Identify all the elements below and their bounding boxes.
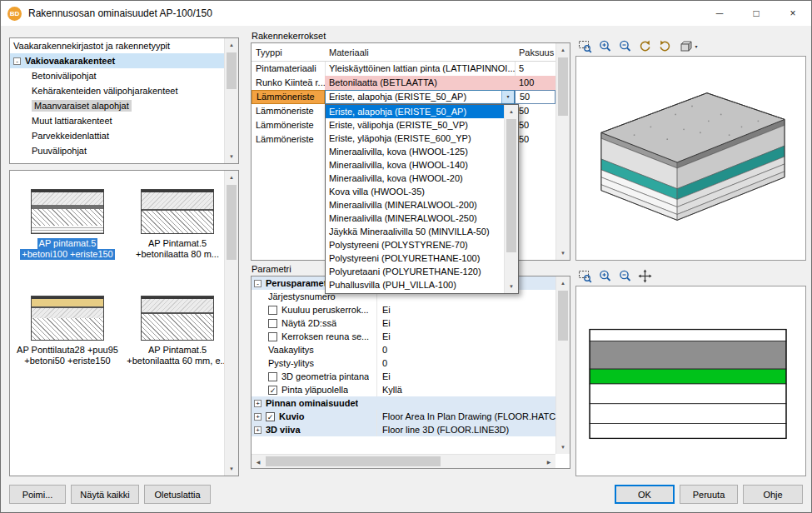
tree-item-maanvaraiset-alapohjat[interactable]: Maanvaraiset alapohjat — [10, 98, 224, 113]
param-row-nayta-2d[interactable]: Näytä 2D:ssä Ei — [252, 316, 555, 330]
tree-item-puuvalipohjat[interactable]: Puuvälipohjat — [10, 143, 224, 158]
scroll-down-icon[interactable]: ▼ — [556, 247, 570, 260]
dropdown-option[interactable]: Polystyreeni (POLYURETHANE-100) — [326, 252, 504, 265]
scroll-right-icon[interactable]: ▶ — [542, 455, 555, 468]
dropdown-option[interactable]: Mineraalivilla (MINERALWOOL-200) — [326, 198, 504, 212]
scroll-up-icon[interactable]: ▲ — [225, 171, 238, 184]
param-value[interactable]: 0 — [376, 356, 555, 370]
expand-icon[interactable]: + — [254, 400, 262, 407]
param-value[interactable]: Kyllä — [376, 383, 555, 396]
material-combobox[interactable]: Eriste, alapohja (ERISTE_50_AP) ▾ — [325, 90, 515, 104]
minimize-button[interactable]: ─ — [701, 1, 738, 26]
scroll-down-icon[interactable]: ▼ — [505, 280, 518, 293]
layer-thickness-cell[interactable]: 5 — [515, 62, 555, 76]
layer-type-cell[interactable]: Lämmöneriste — [252, 104, 325, 118]
expand-icon[interactable]: + — [254, 426, 262, 434]
thumbnail-scrollbar[interactable]: ▲ ▼ — [224, 171, 238, 476]
param-row-3d-geometria[interactable]: 3D geometria pintana Ei — [252, 370, 555, 383]
scrollbar-thumb[interactable] — [227, 52, 237, 89]
scrollbar-thumb[interactable] — [266, 456, 441, 466]
scrollbar-thumb[interactable] — [558, 291, 568, 341]
scroll-up-icon[interactable]: ▲ — [505, 105, 518, 118]
preview-2d-viewport[interactable] — [575, 286, 806, 476]
dropdown-option[interactable]: Puhallusvilla (PUH_VILLA-100) — [326, 278, 504, 291]
ohje-button[interactable]: Ohje — [743, 485, 803, 504]
tree-item-keharakenteiden[interactable]: Kehärakenteiden välipohjarakenteet — [10, 83, 224, 98]
scroll-left-icon[interactable]: ◀ — [252, 455, 265, 468]
layer-thickness-cell[interactable]: 50 — [515, 118, 555, 132]
collapse-icon[interactable]: - — [13, 57, 21, 65]
param-row-kuuluu-peruskerrokseen[interactable]: Kuuluu peruskerrok... Ei — [252, 303, 555, 316]
param-value[interactable]: Floor Area In Plan Drawing (FLOOR.HATCH) — [376, 410, 555, 423]
maximize-button[interactable]: □ — [738, 1, 775, 26]
expand-icon[interactable]: + — [254, 413, 262, 421]
layers-scrollbar[interactable]: ▲ ▼ — [555, 43, 570, 260]
dropdown-scrollbar[interactable]: ▲ ▼ — [504, 105, 518, 293]
dropdown-option[interactable]: Eriste, yläpohja (ERISTE_600_YP) — [326, 132, 504, 145]
dropdown-option[interactable]: Mineraalivilla, kova (HWOOL-20) — [326, 172, 504, 185]
tree-item-vakiovaakarakenteet[interactable]: - Vakiovaakarakenteet — [10, 53, 224, 68]
scroll-up-icon[interactable]: ▲ — [556, 43, 570, 57]
param-row-kerroksen-reuna[interactable]: Kerroksen reuna se... Ei — [252, 330, 555, 343]
oletuslattia-button[interactable]: Oletuslattia — [144, 485, 211, 504]
close-button[interactable]: × — [775, 1, 811, 26]
zoom-in-icon[interactable] — [595, 37, 614, 55]
param-value[interactable]: Floor line 3D (FLOOR.LINE3D) — [376, 423, 555, 436]
scrollbar-thumb[interactable] — [227, 185, 237, 260]
zoom-window-icon[interactable] — [575, 37, 594, 55]
scroll-down-icon[interactable]: ▼ — [556, 441, 570, 454]
checkbox-icon[interactable] — [268, 332, 277, 341]
scroll-up-icon[interactable]: ▲ — [556, 276, 570, 290]
layer-material-cell[interactable]: Betonilaatta (BETLAATTA) — [325, 76, 515, 90]
thumbnail-ap-ponttilauta[interactable]: AP Ponttilauta28 +puu95 +betoni50 +erist… — [17, 296, 118, 366]
layer-type-cell[interactable]: Lämmöneriste — [252, 132, 325, 147]
checkbox-icon[interactable] — [268, 306, 277, 315]
peruuta-button[interactable]: Peruuta — [680, 485, 738, 504]
view-options-dropdown[interactable]: ▾ — [675, 37, 702, 55]
rotate-cw-icon[interactable] — [655, 37, 674, 55]
rotate-ccw-icon[interactable] — [635, 37, 654, 55]
column-header-tyyppi[interactable]: Tyyppi — [252, 43, 325, 62]
zoom-out-icon[interactable] — [615, 37, 634, 55]
checkbox-icon[interactable] — [268, 319, 277, 328]
preview-3d-viewport[interactable] — [575, 56, 806, 261]
layer-row[interactable]: Pintamateriaali Yleiskäyttöinen lattian … — [252, 62, 555, 76]
layer-thickness-cell[interactable]: 100 — [515, 76, 555, 90]
checkbox-icon[interactable] — [268, 372, 277, 381]
layer-type-cell[interactable]: Lämmöneriste — [252, 90, 325, 104]
dropdown-option[interactable]: Eriste, alapohja (ERISTE_50_AP) — [326, 105, 504, 118]
zoom-out-icon[interactable] — [615, 266, 634, 285]
scroll-down-icon[interactable]: ▼ — [225, 150, 238, 163]
dropdown-option[interactable]: Eriste, välipohja (ERISTE_50_VP) — [326, 118, 504, 132]
title-bar[interactable]: BD Rakennusosan ominaisuudet AP-100/150 … — [1, 1, 811, 26]
scroll-down-icon[interactable]: ▼ — [225, 462, 238, 476]
scroll-up-icon[interactable]: ▲ — [225, 38, 238, 52]
dropdown-option[interactable]: Kova villa (HWOOL-35) — [326, 185, 504, 198]
param-value[interactable]: Ei — [376, 316, 555, 330]
thumbnail-ap-pintamat-betonilaatta80[interactable]: AP Pintamat.5 +betonilaatta 80 m... — [127, 189, 228, 260]
column-header-paksuus[interactable]: Paksuus — [515, 43, 555, 62]
zoom-window-icon[interactable] — [575, 266, 594, 285]
pan-icon[interactable] — [635, 266, 654, 285]
scrollbar-thumb[interactable] — [506, 119, 516, 252]
param-row-pysty-ylitys[interactable]: Pysty-ylitys 0 — [252, 356, 555, 370]
param-row-vaakaylitys[interactable]: Vaakaylitys 0 — [252, 343, 555, 356]
param-value[interactable]: Ei — [376, 330, 555, 343]
param-value[interactable]: Ei — [376, 303, 555, 316]
layer-type-cell[interactable]: Lämmöneriste — [252, 118, 325, 132]
param-group-3d-viiva[interactable]: + 3D viiva Floor line 3D (FLOOR.LINE3D) — [252, 423, 555, 436]
param-value[interactable]: 0 — [376, 343, 555, 356]
checkbox-checked-icon[interactable]: ✓ — [266, 412, 275, 421]
param-row-pinta-ylapuolella[interactable]: ✓ Pinta yläpuolella Kyllä — [252, 383, 555, 396]
layer-thickness-cell[interactable]: 50 — [515, 132, 555, 147]
param-group-kuvio[interactable]: + ✓ Kuvio Floor Area In Plan Drawing (FL… — [252, 410, 555, 423]
tree-item-muut-lattiarakenteet[interactable]: Muut lattiarakenteet — [10, 113, 224, 128]
param-value[interactable]: Ei — [376, 370, 555, 383]
scrollbar-thumb[interactable] — [558, 57, 568, 116]
ok-button[interactable]: OK — [615, 485, 675, 504]
layer-type-cell[interactable]: Pintamateriaali — [252, 62, 325, 76]
layer-type-cell[interactable]: Runko Kiinteä r... — [252, 76, 325, 90]
thumbnail-ap-pintamat-betoni100[interactable]: AP pintamat.5 +betoni100 +eriste150 — [17, 189, 118, 260]
layer-row-active[interactable]: Lämmöneriste Eriste, alapohja (ERISTE_50… — [252, 90, 555, 104]
dropdown-option[interactable]: Mineraalivilla, kova (HWOOL-125) — [326, 145, 504, 158]
